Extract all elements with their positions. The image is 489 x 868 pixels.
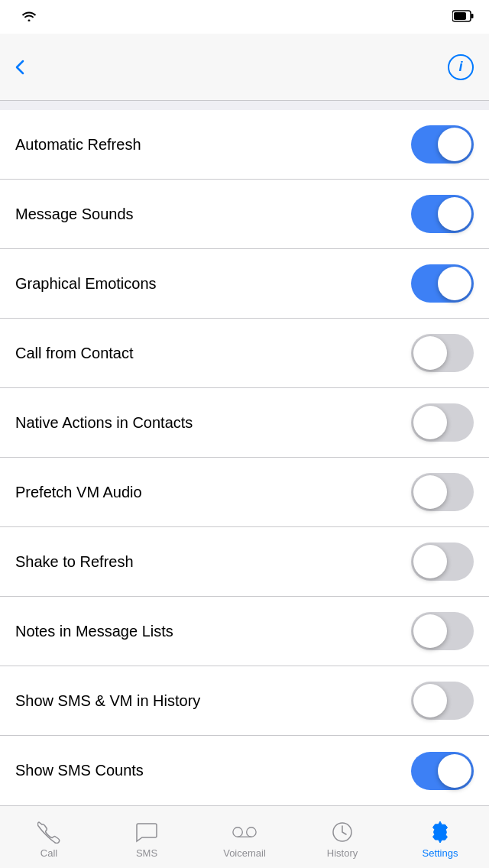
toggle-thumb-prefetch-vm-audio [413, 475, 447, 509]
status-bar-left [15, 10, 37, 24]
toggle-thumb-graphical-emoticons [438, 267, 471, 300]
svg-point-8 [438, 830, 443, 835]
settings-row-message-sounds: Message Sounds [0, 180, 489, 249]
toggle-thumb-shake-to-refresh [413, 545, 447, 578]
settings-row-show-sms-vm-in-history: Show SMS & VM in History [0, 666, 489, 736]
svg-point-3 [233, 828, 242, 837]
toggle-show-sms-vm-in-history[interactable] [411, 682, 474, 720]
toggle-shake-to-refresh[interactable] [411, 542, 474, 581]
settings-label-graphical-emoticons: Graphical Emoticons [15, 275, 157, 293]
tab-item-settings[interactable]: Settings [391, 820, 489, 859]
toggle-thumb-native-actions-in-contacts [413, 406, 447, 439]
sms-icon [134, 820, 159, 844]
settings-label-call-from-contact: Call from Contact [15, 345, 134, 362]
toggle-thumb-show-sms-vm-in-history [413, 684, 447, 717]
tab-label-sms: SMS [136, 847, 157, 859]
settings-row-native-actions-in-contacts: Native Actions in Contacts [0, 388, 489, 458]
tab-item-call[interactable]: Call [0, 820, 98, 859]
wifi-icon [21, 10, 37, 24]
status-bar [0, 0, 489, 34]
settings-label-message-sounds: Message Sounds [15, 206, 134, 223]
settings-row-prefetch-vm-audio: Prefetch VM Audio [0, 458, 489, 527]
settings-label-automatic-refresh: Automatic Refresh [15, 136, 141, 154]
call-icon [37, 820, 61, 844]
settings-row-call-from-contact: Call from Contact [0, 319, 489, 388]
svg-rect-2 [454, 12, 466, 20]
settings-row-notes-in-message-lists: Notes in Message Lists [0, 597, 489, 666]
settings-row-shake-to-refresh: Shake to Refresh [0, 527, 489, 597]
toggle-graphical-emoticons[interactable] [411, 264, 474, 303]
tab-bar: Call SMS Voicemail History Settings [0, 805, 489, 868]
toggle-notes-in-message-lists[interactable] [411, 612, 474, 650]
settings-row-show-sms-counts: Show SMS Counts [0, 736, 489, 805]
tab-item-voicemail[interactable]: Voicemail [196, 820, 293, 859]
status-bar-right [452, 10, 474, 24]
toggle-thumb-message-sounds [438, 197, 471, 231]
settings-label-show-sms-counts: Show SMS Counts [15, 762, 144, 779]
toggle-prefetch-vm-audio[interactable] [411, 473, 474, 511]
settings-icon [428, 820, 452, 844]
history-icon [330, 820, 355, 844]
tab-label-history: History [327, 847, 358, 859]
toggle-call-from-contact[interactable] [411, 334, 474, 372]
settings-row-graphical-emoticons: Graphical Emoticons [0, 249, 489, 319]
info-icon: i [458, 59, 462, 75]
tab-label-voicemail: Voicemail [223, 847, 266, 859]
tab-item-sms[interactable]: SMS [98, 820, 196, 859]
back-button[interactable] [15, 60, 28, 75]
settings-label-prefetch-vm-audio: Prefetch VM Audio [15, 484, 142, 501]
svg-rect-1 [471, 14, 474, 18]
settings-label-notes-in-message-lists: Notes in Message Lists [15, 623, 173, 640]
tab-label-call: Call [40, 847, 57, 859]
settings-list: Automatic RefreshMessage SoundsGraphical… [0, 110, 489, 805]
toggle-thumb-show-sms-counts [438, 754, 471, 788]
toggle-thumb-call-from-contact [413, 336, 447, 370]
battery-icon [452, 10, 474, 24]
svg-point-4 [247, 828, 256, 837]
settings-label-native-actions-in-contacts: Native Actions in Contacts [15, 414, 193, 432]
toggle-message-sounds[interactable] [411, 195, 474, 233]
tab-item-history[interactable]: History [293, 820, 391, 859]
toggle-native-actions-in-contacts[interactable] [411, 403, 474, 442]
info-button[interactable]: i [448, 54, 474, 80]
toggle-thumb-automatic-refresh [438, 128, 471, 161]
toggle-show-sms-counts[interactable] [411, 752, 474, 790]
nav-bar: i [0, 34, 489, 101]
settings-row-automatic-refresh: Automatic Refresh [0, 110, 489, 180]
tab-label-settings: Settings [423, 847, 458, 859]
voicemail-icon [232, 820, 257, 844]
settings-label-shake-to-refresh: Shake to Refresh [15, 553, 134, 571]
toggle-thumb-notes-in-message-lists [413, 614, 447, 648]
toggle-automatic-refresh[interactable] [411, 125, 474, 164]
settings-label-show-sms-vm-in-history: Show SMS & VM in History [15, 692, 200, 710]
